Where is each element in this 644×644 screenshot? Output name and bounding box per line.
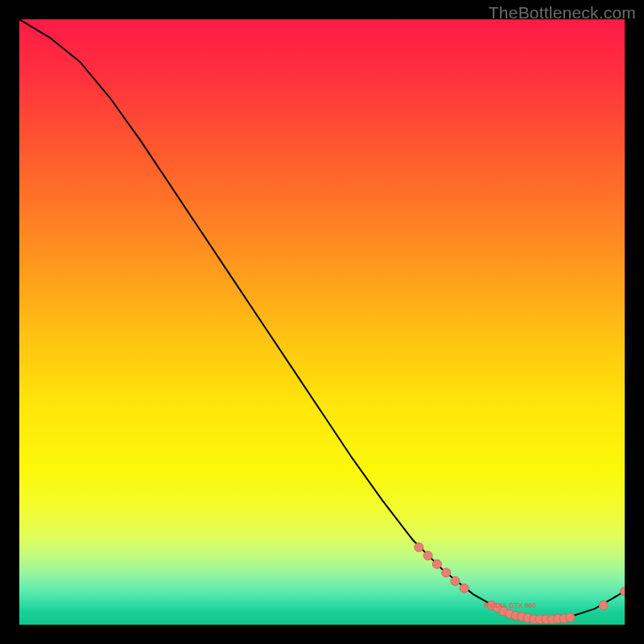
watermark-text: TheBottleneck.com (489, 3, 636, 23)
plot-area: NVIDIA GTX 960 (19, 19, 625, 625)
data-point (451, 576, 460, 585)
data-point (432, 559, 441, 568)
chart-overlay: NVIDIA GTX 960 (19, 19, 625, 625)
data-point (423, 551, 432, 560)
chart-stage: NVIDIA GTX 960 TheBottleneck.com (0, 0, 644, 644)
point-label: NVIDIA GTX 960 (484, 601, 536, 609)
data-point (566, 613, 575, 621)
data-point (460, 584, 469, 592)
data-point (442, 568, 451, 577)
data-points (415, 543, 625, 623)
bottleneck-curve (19, 19, 625, 619)
data-point (415, 543, 423, 551)
data-point (599, 601, 608, 609)
